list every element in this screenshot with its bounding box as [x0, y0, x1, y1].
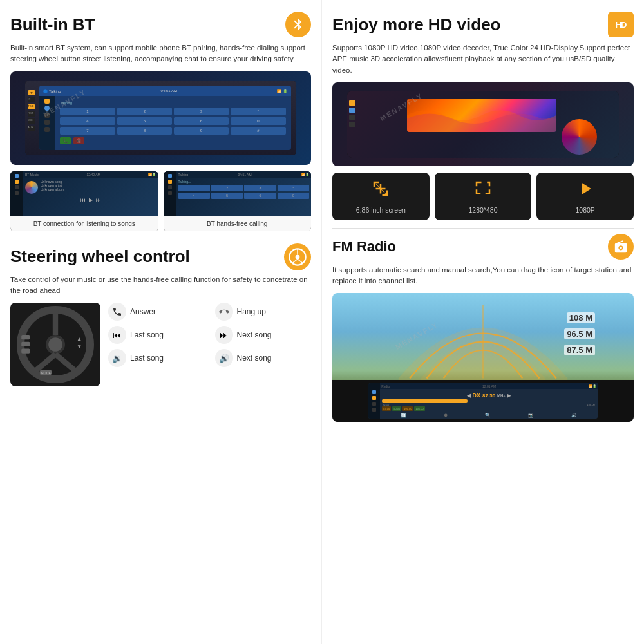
fm-prev-btn: ◀	[467, 393, 471, 399]
vol-up-symbol: 🔊	[219, 354, 229, 363]
fm-dev-header: Radio 12:81 AM 📶🔋	[380, 383, 598, 389]
expand-icon	[371, 179, 390, 198]
wave-svg	[407, 99, 556, 132]
next-skip-symbol: ⏭	[220, 330, 229, 340]
phone-hangup-svg	[219, 307, 229, 317]
play-icon	[576, 179, 595, 198]
vol-down-symbol: 🔉	[112, 354, 122, 363]
hangup-control: Hang up	[215, 303, 312, 321]
hd-title: Enjoy more HD video	[332, 15, 501, 35]
svg-rect-12	[21, 342, 30, 346]
bt-call-content: Talking 04:51 AM 📶🔋 Talking... 1 2 3 * 4…	[176, 171, 312, 216]
hd-display	[407, 99, 556, 132]
bt-sidebar1	[10, 171, 23, 216]
feature-boxes: 6.86 inch screen 1280*480 1080P	[332, 173, 634, 220]
fm-mhz: MHz	[497, 393, 505, 397]
svg-point-7	[48, 337, 62, 352]
bt-music-header: BT Music 12:42 AM 📶🔋	[23, 171, 158, 178]
bt-call-screen: Talking 04:51 AM 📶🔋 Talking... 1 2 3 * 4…	[164, 171, 312, 216]
fm-dev-content: Radio 12:81 AM 📶🔋 ◀ DX 87.50 MHz ▶	[380, 383, 598, 419]
bt-screen-body: Talking... 1 2 3 * 4 5 6 0 7 8 9	[39, 96, 290, 150]
feature-box-1080p: 1080P	[536, 173, 634, 220]
bt-thumb1-label: BT connection for listening to songs	[10, 216, 158, 231]
bt-description: Built-in smart BT system, can support mo…	[10, 43, 311, 65]
fm-dev-dot-dark	[372, 402, 376, 406]
fm-next-btn: ▶	[507, 393, 511, 399]
next-icon: ⏭	[96, 197, 101, 203]
fm-dev-sidebar	[368, 383, 380, 419]
hd-side-buttons	[349, 100, 355, 127]
fm-section-header: FM Radio	[332, 234, 634, 260]
bt-music-player: Unknown song Unknown artist Unknown albu…	[23, 178, 158, 197]
controls-grid: Answer Hang up ⏮	[108, 303, 311, 367]
feature-box-res: 1280*480	[435, 173, 532, 220]
fm-title: FM Radio	[332, 238, 396, 255]
hd-circle-deco	[562, 119, 597, 155]
steering-image: MODE ▲ ▼	[10, 303, 100, 386]
vol-down-control: 🔉 Last song	[108, 349, 205, 367]
fm-channel-3: 100.00	[402, 406, 413, 411]
fm-device-screen: Radio 12:81 AM 📶🔋 ◀ DX 87.50 MHz ▶	[368, 383, 598, 419]
fm-dev-time: 12:81 AM	[482, 384, 496, 388]
next-song-icon: ⏭	[215, 326, 233, 344]
music-disc	[25, 181, 38, 194]
bt-keypad-mini: 1 2 3 * 4 5 6 0	[178, 185, 310, 199]
fm-btn-repeat: 🔄	[401, 413, 406, 418]
screen-size-icon	[371, 179, 390, 202]
sidebar-dot-dark3	[168, 185, 172, 189]
fm-description: It supports automatic search and manual …	[332, 265, 634, 287]
fm-dev-body: ◀ DX 87.50 MHz ▶ 82.50 108.00	[380, 390, 598, 419]
fm-freq-108: 108 M	[567, 312, 595, 323]
svg-line-3	[292, 259, 298, 263]
bluetooth-icon	[291, 17, 305, 32]
bt-main-image: MENAVFLY TF IR TY-C RST MIC AUX 🔵 Talkin…	[10, 71, 311, 165]
prev-song-label: Last song	[130, 330, 164, 339]
svg-text:MODE: MODE	[41, 371, 52, 375]
feature-box-screen: 6.86 inch screen	[332, 173, 430, 220]
bt-music-info: Unknown song Unknown artist Unknown albu…	[41, 180, 64, 195]
sidebar-dot-dark2	[15, 191, 19, 195]
steering-title: Steering wheel control	[10, 247, 190, 267]
sidebar-dot-blue2	[168, 174, 172, 178]
radio-icon	[614, 240, 628, 254]
fm-bottom-icons: 🔄 ⏺ 🔍 📷 🔊	[382, 413, 596, 418]
artist-name: Unknown artist	[41, 184, 64, 187]
song-name: Unknown song	[41, 180, 64, 184]
fm-freq-875: 87.5 M	[564, 345, 595, 355]
svg-text:▲: ▲	[77, 336, 82, 342]
bt-thumb-music: BT Music 12:42 AM 📶🔋 Unknown song Unknow…	[10, 171, 158, 231]
prev-skip-symbol: ⏮	[113, 330, 122, 340]
fm-dev-icons: 📶🔋	[589, 384, 596, 388]
steering-desc: Take control of your music or use the ha…	[10, 274, 311, 297]
control-row-2: ⏮ Last song ⏭ Next song	[108, 326, 311, 344]
car-dash-mock: TF IR TY-C RST MIC AUX 🔵 Talking 04:51 A…	[25, 80, 296, 155]
resolution-icon	[473, 179, 493, 202]
sidebar-dot-dark4	[168, 191, 172, 195]
bt-screen-time: 04:51 AM	[161, 89, 177, 93]
vol-down-icon: 🔉	[108, 349, 126, 367]
control-row-3: 🔉 Last song 🔊 Next song	[108, 349, 311, 367]
svg-point-1	[296, 254, 300, 259]
bt-thumbnails: BT Music 12:42 AM 📶🔋 Unknown song Unknow…	[10, 171, 311, 231]
music-controls: ⏮ ▶ ⏭	[23, 197, 158, 203]
fullscreen-icon	[473, 179, 493, 198]
hd-video-image: MENAVFLY	[332, 82, 634, 166]
steering-wheel-svg: MODE ▲ ▼	[17, 306, 94, 383]
svg-rect-11	[21, 335, 30, 339]
hd-description: Supports 1080P HD video,1080P video deco…	[332, 43, 634, 76]
bt-thumb2-label: BT hands-free calling	[164, 216, 312, 231]
sidebar-dot-orange	[15, 180, 19, 184]
bt-section-header: Built-in BT	[10, 12, 311, 37]
fm-dx-label: DX	[473, 392, 481, 399]
bt-call-body: Talking... 1 2 3 * 4 5 6 0	[176, 178, 312, 201]
divider2	[332, 228, 634, 229]
divider1	[10, 238, 311, 238]
fm-btn-search: 🔍	[485, 413, 491, 418]
vol-up-control: 🔊 Next song	[215, 349, 312, 367]
svg-rect-13	[21, 349, 30, 354]
bt-sidebar2	[164, 171, 176, 216]
fm-channel-1: 87.00	[382, 406, 391, 411]
sidebar-dot-orange2	[168, 180, 172, 184]
fm-btn-camera: 📷	[528, 413, 534, 418]
hangup-icon	[215, 303, 233, 321]
